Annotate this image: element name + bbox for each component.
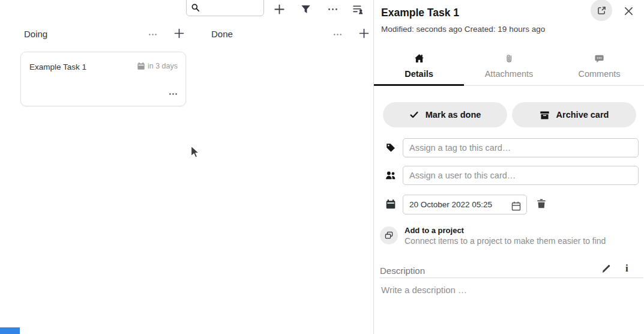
trash-icon — [536, 198, 547, 209]
users-icon — [385, 170, 396, 181]
column-done-menu-button[interactable] — [331, 28, 344, 41]
remove-due-date-button[interactable] — [535, 197, 548, 210]
assign-tag-input[interactable] — [403, 138, 639, 157]
filter-button[interactable] — [299, 3, 312, 16]
panel-tabs: Details Attachments Comments — [374, 50, 644, 86]
add-card-button[interactable] — [272, 2, 286, 16]
column-title-done: Done — [211, 29, 233, 39]
archive-card-button[interactable]: Archive card — [512, 102, 636, 127]
panel-title: Example Task 1 — [381, 7, 459, 19]
tab-comments[interactable]: Comments — [554, 50, 644, 85]
tab-comments-label: Comments — [578, 69, 620, 79]
board-menu-button[interactable] — [326, 2, 340, 16]
board-area: Doing Done Example Task 1 — [0, 0, 373, 334]
panel-modified-created: Modified: seconds ago Created: 19 hours … — [381, 25, 545, 34]
column-done-add-button[interactable] — [357, 26, 371, 40]
checkmark-icon — [409, 110, 419, 120]
date-picker-button[interactable] — [510, 199, 523, 213]
comment-bubble-icon — [594, 53, 604, 64]
more-ellipsis-icon — [333, 29, 343, 40]
search-icon — [191, 3, 200, 12]
assigned-filter-button[interactable] — [351, 2, 365, 16]
active-tab-underline — [374, 84, 464, 86]
tab-attachments-label: Attachments — [485, 69, 534, 79]
mark-as-done-label: Mark as done — [426, 110, 481, 120]
column-title-doing: Doing — [24, 29, 47, 39]
more-ellipsis-icon — [327, 4, 339, 15]
calendar-icon — [137, 62, 145, 70]
plus-icon — [358, 28, 370, 39]
external-link-icon — [597, 5, 607, 16]
add-to-project-row[interactable]: Add to a project Connect items to a proj… — [380, 226, 639, 247]
add-to-project-title: Add to a project — [405, 226, 464, 235]
description-info-button[interactable]: i — [624, 262, 630, 275]
pencil-icon — [601, 264, 612, 274]
search-input[interactable] — [202, 1, 262, 11]
assigned-list-icon — [352, 4, 364, 15]
description-divider — [380, 278, 643, 278]
description-editor[interactable]: Write a description … — [381, 285, 467, 295]
more-ellipsis-icon — [168, 89, 178, 99]
tab-details-label: Details — [405, 69, 433, 79]
plus-icon — [274, 4, 285, 15]
close-panel-button[interactable] — [622, 4, 636, 18]
kanban-app-window: Doing Done Example Task 1 — [0, 0, 644, 334]
calendar-outline-icon — [511, 201, 522, 211]
tab-attachments[interactable]: Attachments — [464, 50, 554, 85]
card-menu-button[interactable] — [167, 88, 179, 100]
edit-description-button[interactable] — [600, 263, 613, 275]
column-doing-menu-button[interactable] — [146, 28, 159, 41]
more-ellipsis-icon — [148, 29, 158, 40]
card-details-panel: Example Task 1 Modified: seconds ago Cre… — [373, 0, 644, 334]
calendar-icon — [385, 199, 396, 210]
card-title: Example Task 1 — [29, 62, 86, 71]
blue-panel-fragment — [0, 327, 20, 334]
mark-as-done-button[interactable]: Mark as done — [383, 102, 507, 127]
archive-card-label: Archive card — [556, 110, 609, 120]
add-to-project-subtitle: Connect items to a project to make them … — [405, 236, 606, 246]
column-doing-add-button[interactable] — [172, 26, 186, 40]
assign-user-input[interactable] — [403, 166, 639, 185]
task-card[interactable]: Example Task 1 in 3 days — [20, 52, 186, 106]
mouse-cursor — [190, 145, 200, 159]
filter-funnel-icon — [301, 4, 311, 14]
due-date-field[interactable]: 20 October 2022 05:25 — [403, 195, 527, 214]
close-icon — [623, 5, 634, 17]
paperclip-icon — [504, 53, 514, 64]
project-badge — [380, 226, 398, 244]
tab-details[interactable]: Details — [374, 50, 464, 85]
plus-icon — [173, 28, 185, 39]
card-due-badge: in 3 days — [137, 62, 178, 70]
card-due-label: in 3 days — [148, 62, 178, 70]
search-box[interactable] — [186, 0, 264, 16]
description-label: Description — [380, 266, 425, 276]
house-icon — [414, 53, 424, 64]
open-in-window-button[interactable] — [591, 0, 612, 21]
archive-box-icon — [540, 110, 550, 120]
tag-icon — [385, 142, 396, 153]
project-frames-icon — [384, 231, 394, 240]
info-icon: i — [625, 263, 628, 273]
due-date-value: 20 October 2022 05:25 — [409, 200, 492, 209]
